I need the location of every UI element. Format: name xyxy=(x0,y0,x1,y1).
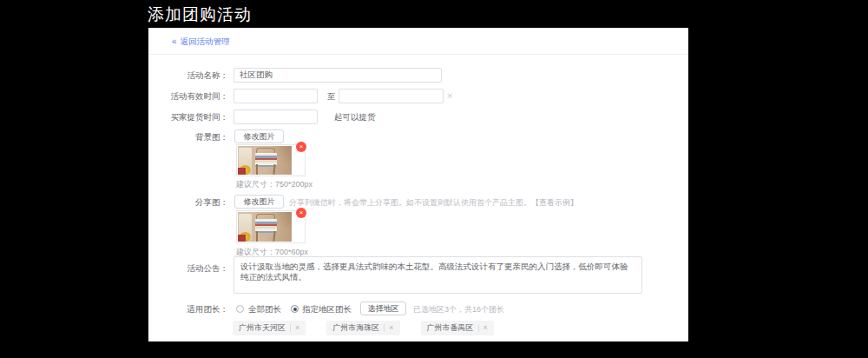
back-to-activity-management-link[interactable]: «返回活动管理 xyxy=(172,36,230,48)
activity-name-label: 活动名称： xyxy=(148,68,228,83)
region-tag-label: 广州市番禺区 xyxy=(427,322,474,334)
photo-red-corner xyxy=(238,168,246,175)
radio-region-leaders-label[interactable]: 指定地区团长 xyxy=(302,302,352,316)
photo-chair-leg xyxy=(273,164,275,175)
region-tag: 广州市番禺区 × xyxy=(421,321,494,335)
share-image-hint-text: 分享到微信时，将会带上分享图。如不设置则默认使用首个产品主图。 xyxy=(289,198,531,207)
header-divider xyxy=(148,54,688,55)
share-image-change-button[interactable]: 修改图片 xyxy=(234,195,284,209)
share-image-remove-icon[interactable]: × xyxy=(296,208,306,218)
page-title: 添加团购活动 xyxy=(148,3,252,26)
back-link-label: 返回活动管理 xyxy=(181,36,230,46)
bg-image-thumbnail xyxy=(236,144,306,176)
photo-chair-leg xyxy=(273,231,275,242)
region-summary-text: 已选地区3个，共16个团长 xyxy=(413,302,504,316)
bg-image-photo xyxy=(238,146,292,175)
region-tag-label: 广州市海珠区 xyxy=(332,322,379,334)
bg-image-change-button[interactable]: 修改图片 xyxy=(234,129,284,143)
valid-time-start-input[interactable] xyxy=(233,89,318,103)
valid-time-end-input[interactable] xyxy=(339,89,444,103)
radio-all-leaders[interactable] xyxy=(236,305,244,313)
pickup-time-input[interactable] xyxy=(233,109,318,124)
valid-time-separator: 至 xyxy=(327,89,336,103)
photo-chair-leg xyxy=(256,231,258,242)
view-example-link[interactable]: 【查看示例】 xyxy=(531,198,578,207)
region-tag-label: 广州市天河区 xyxy=(239,322,286,334)
bg-image-label: 背景图： xyxy=(148,129,228,144)
share-image-hint: 分享到微信时，将会带上分享图。如不设置则默认使用首个产品主图。【查看示例】 xyxy=(289,197,578,208)
radio-all-leaders-label[interactable]: 全部团长 xyxy=(248,302,281,316)
bg-image-size-hint: 建议尺寸：750*200px xyxy=(236,179,312,190)
pickup-time-suffix: 起可以提货 xyxy=(334,109,376,124)
photo-chair-leg xyxy=(256,164,258,175)
notice-label: 活动公告： xyxy=(148,261,228,275)
region-tag-list: 广州市天河区 × 广州市海珠区 × 广州市番禺区 × xyxy=(233,321,515,335)
tag-divider xyxy=(478,324,479,332)
valid-time-label: 活动有效时间： xyxy=(148,89,228,103)
select-region-button[interactable]: 选择地区 xyxy=(360,302,406,315)
share-image-label: 分享图： xyxy=(148,195,228,209)
form-panel: «返回活动管理 活动名称： 活动有效时间： 至 × 买家提货时间： 起可以提货 … xyxy=(148,28,688,341)
valid-time-clear-icon[interactable]: × xyxy=(447,89,452,103)
region-tag: 广州市天河区 × xyxy=(233,321,306,335)
tag-divider xyxy=(384,324,385,332)
tag-close-icon[interactable]: × xyxy=(389,321,393,335)
tag-close-icon[interactable]: × xyxy=(483,321,488,335)
tag-divider xyxy=(290,324,291,332)
region-tag: 广州市海珠区 × xyxy=(326,321,399,335)
page: 添加团购活动 «返回活动管理 活动名称： 活动有效时间： 至 × 买家提货时间：… xyxy=(0,0,868,358)
radio-region-leaders[interactable] xyxy=(291,305,299,313)
share-image-thumbnail xyxy=(236,210,306,243)
share-image-photo xyxy=(238,212,292,242)
double-chevron-left-icon: « xyxy=(172,36,177,46)
pickup-time-label: 买家提货时间： xyxy=(148,109,228,124)
tag-close-icon[interactable]: × xyxy=(295,321,299,335)
bg-image-remove-icon[interactable]: × xyxy=(296,142,306,152)
leader-label: 适用团长： xyxy=(148,302,228,316)
notice-textarea[interactable]: 设计汲取当地的灵感，选择更具法式韵味的本土花型。高级法式设计有了更亲民的入门选择… xyxy=(233,256,642,294)
photo-red-corner xyxy=(238,235,246,242)
activity-name-input[interactable] xyxy=(233,68,442,83)
